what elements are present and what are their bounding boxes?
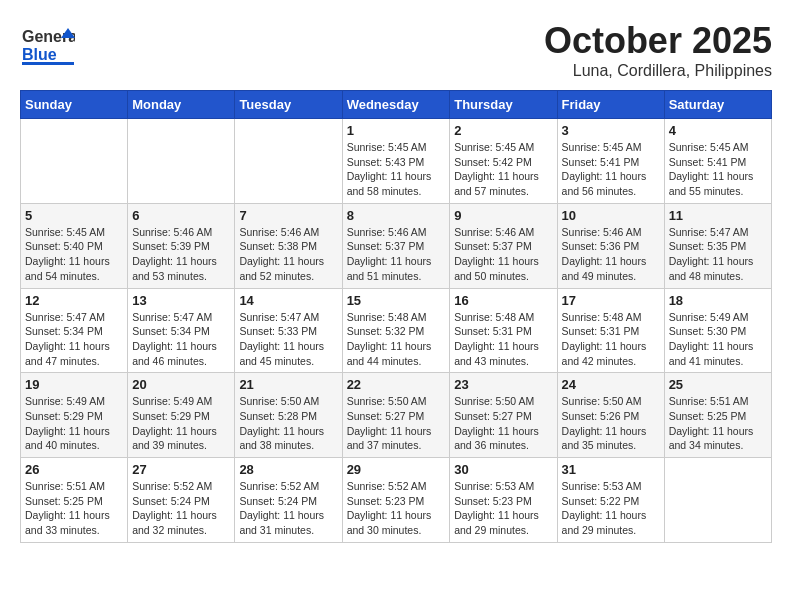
day-number: 8 (347, 208, 446, 223)
page-subtitle: Luna, Cordillera, Philippines (544, 62, 772, 80)
calendar-cell: 14Sunrise: 5:47 AM Sunset: 5:33 PM Dayli… (235, 288, 342, 373)
day-info: Sunrise: 5:53 AM Sunset: 5:22 PM Dayligh… (562, 479, 660, 538)
day-number: 5 (25, 208, 123, 223)
day-number: 11 (669, 208, 767, 223)
day-info: Sunrise: 5:50 AM Sunset: 5:27 PM Dayligh… (454, 394, 552, 453)
calendar-cell: 2Sunrise: 5:45 AM Sunset: 5:42 PM Daylig… (450, 119, 557, 204)
calendar-cell: 29Sunrise: 5:52 AM Sunset: 5:23 PM Dayli… (342, 458, 450, 543)
logo-icon: General Blue (20, 20, 75, 70)
day-info: Sunrise: 5:50 AM Sunset: 5:26 PM Dayligh… (562, 394, 660, 453)
calendar-cell: 12Sunrise: 5:47 AM Sunset: 5:34 PM Dayli… (21, 288, 128, 373)
calendar-cell: 30Sunrise: 5:53 AM Sunset: 5:23 PM Dayli… (450, 458, 557, 543)
day-info: Sunrise: 5:45 AM Sunset: 5:42 PM Dayligh… (454, 140, 552, 199)
day-number: 21 (239, 377, 337, 392)
day-info: Sunrise: 5:52 AM Sunset: 5:24 PM Dayligh… (239, 479, 337, 538)
calendar-week-row: 19Sunrise: 5:49 AM Sunset: 5:29 PM Dayli… (21, 373, 772, 458)
day-number: 13 (132, 293, 230, 308)
calendar-cell: 17Sunrise: 5:48 AM Sunset: 5:31 PM Dayli… (557, 288, 664, 373)
calendar-week-row: 12Sunrise: 5:47 AM Sunset: 5:34 PM Dayli… (21, 288, 772, 373)
calendar-cell: 3Sunrise: 5:45 AM Sunset: 5:41 PM Daylig… (557, 119, 664, 204)
day-info: Sunrise: 5:45 AM Sunset: 5:41 PM Dayligh… (562, 140, 660, 199)
day-number: 10 (562, 208, 660, 223)
calendar-cell: 7Sunrise: 5:46 AM Sunset: 5:38 PM Daylig… (235, 203, 342, 288)
column-header-friday: Friday (557, 91, 664, 119)
day-info: Sunrise: 5:48 AM Sunset: 5:32 PM Dayligh… (347, 310, 446, 369)
calendar-cell: 21Sunrise: 5:50 AM Sunset: 5:28 PM Dayli… (235, 373, 342, 458)
day-number: 3 (562, 123, 660, 138)
day-number: 6 (132, 208, 230, 223)
day-info: Sunrise: 5:48 AM Sunset: 5:31 PM Dayligh… (454, 310, 552, 369)
day-number: 29 (347, 462, 446, 477)
day-number: 7 (239, 208, 337, 223)
calendar-header-row: SundayMondayTuesdayWednesdayThursdayFrid… (21, 91, 772, 119)
day-info: Sunrise: 5:47 AM Sunset: 5:34 PM Dayligh… (25, 310, 123, 369)
calendar-cell: 9Sunrise: 5:46 AM Sunset: 5:37 PM Daylig… (450, 203, 557, 288)
day-number: 19 (25, 377, 123, 392)
calendar-cell: 15Sunrise: 5:48 AM Sunset: 5:32 PM Dayli… (342, 288, 450, 373)
day-info: Sunrise: 5:52 AM Sunset: 5:23 PM Dayligh… (347, 479, 446, 538)
calendar-cell: 26Sunrise: 5:51 AM Sunset: 5:25 PM Dayli… (21, 458, 128, 543)
day-number: 20 (132, 377, 230, 392)
calendar-cell: 28Sunrise: 5:52 AM Sunset: 5:24 PM Dayli… (235, 458, 342, 543)
logo: General Blue (20, 20, 75, 70)
calendar-cell: 16Sunrise: 5:48 AM Sunset: 5:31 PM Dayli… (450, 288, 557, 373)
day-number: 9 (454, 208, 552, 223)
svg-rect-3 (22, 62, 74, 65)
calendar-cell: 24Sunrise: 5:50 AM Sunset: 5:26 PM Dayli… (557, 373, 664, 458)
day-info: Sunrise: 5:46 AM Sunset: 5:36 PM Dayligh… (562, 225, 660, 284)
column-header-wednesday: Wednesday (342, 91, 450, 119)
calendar-cell: 10Sunrise: 5:46 AM Sunset: 5:36 PM Dayli… (557, 203, 664, 288)
day-info: Sunrise: 5:49 AM Sunset: 5:30 PM Dayligh… (669, 310, 767, 369)
day-info: Sunrise: 5:47 AM Sunset: 5:34 PM Dayligh… (132, 310, 230, 369)
calendar-table: SundayMondayTuesdayWednesdayThursdayFrid… (20, 90, 772, 543)
day-info: Sunrise: 5:49 AM Sunset: 5:29 PM Dayligh… (132, 394, 230, 453)
day-info: Sunrise: 5:47 AM Sunset: 5:33 PM Dayligh… (239, 310, 337, 369)
calendar-cell: 18Sunrise: 5:49 AM Sunset: 5:30 PM Dayli… (664, 288, 771, 373)
svg-text:Blue: Blue (22, 46, 57, 63)
day-info: Sunrise: 5:53 AM Sunset: 5:23 PM Dayligh… (454, 479, 552, 538)
day-number: 18 (669, 293, 767, 308)
day-number: 16 (454, 293, 552, 308)
day-info: Sunrise: 5:50 AM Sunset: 5:28 PM Dayligh… (239, 394, 337, 453)
calendar-cell (128, 119, 235, 204)
day-info: Sunrise: 5:52 AM Sunset: 5:24 PM Dayligh… (132, 479, 230, 538)
day-number: 14 (239, 293, 337, 308)
calendar-cell: 6Sunrise: 5:46 AM Sunset: 5:39 PM Daylig… (128, 203, 235, 288)
title-block: October 2025 Luna, Cordillera, Philippin… (544, 20, 772, 80)
page-title: October 2025 (544, 20, 772, 62)
day-info: Sunrise: 5:51 AM Sunset: 5:25 PM Dayligh… (25, 479, 123, 538)
calendar-cell (235, 119, 342, 204)
day-number: 12 (25, 293, 123, 308)
day-info: Sunrise: 5:46 AM Sunset: 5:37 PM Dayligh… (454, 225, 552, 284)
day-info: Sunrise: 5:46 AM Sunset: 5:38 PM Dayligh… (239, 225, 337, 284)
day-number: 2 (454, 123, 552, 138)
day-info: Sunrise: 5:51 AM Sunset: 5:25 PM Dayligh… (669, 394, 767, 453)
day-info: Sunrise: 5:46 AM Sunset: 5:39 PM Dayligh… (132, 225, 230, 284)
column-header-monday: Monday (128, 91, 235, 119)
column-header-sunday: Sunday (21, 91, 128, 119)
day-number: 24 (562, 377, 660, 392)
calendar-cell: 25Sunrise: 5:51 AM Sunset: 5:25 PM Dayli… (664, 373, 771, 458)
day-number: 30 (454, 462, 552, 477)
calendar-cell: 8Sunrise: 5:46 AM Sunset: 5:37 PM Daylig… (342, 203, 450, 288)
calendar-cell: 11Sunrise: 5:47 AM Sunset: 5:35 PM Dayli… (664, 203, 771, 288)
calendar-cell (664, 458, 771, 543)
calendar-cell: 20Sunrise: 5:49 AM Sunset: 5:29 PM Dayli… (128, 373, 235, 458)
calendar-week-row: 1Sunrise: 5:45 AM Sunset: 5:43 PM Daylig… (21, 119, 772, 204)
day-number: 22 (347, 377, 446, 392)
day-info: Sunrise: 5:46 AM Sunset: 5:37 PM Dayligh… (347, 225, 446, 284)
column-header-tuesday: Tuesday (235, 91, 342, 119)
calendar-week-row: 26Sunrise: 5:51 AM Sunset: 5:25 PM Dayli… (21, 458, 772, 543)
calendar-cell: 1Sunrise: 5:45 AM Sunset: 5:43 PM Daylig… (342, 119, 450, 204)
day-info: Sunrise: 5:45 AM Sunset: 5:40 PM Dayligh… (25, 225, 123, 284)
day-info: Sunrise: 5:47 AM Sunset: 5:35 PM Dayligh… (669, 225, 767, 284)
calendar-cell: 5Sunrise: 5:45 AM Sunset: 5:40 PM Daylig… (21, 203, 128, 288)
day-info: Sunrise: 5:49 AM Sunset: 5:29 PM Dayligh… (25, 394, 123, 453)
day-number: 28 (239, 462, 337, 477)
day-number: 1 (347, 123, 446, 138)
column-header-saturday: Saturday (664, 91, 771, 119)
day-number: 25 (669, 377, 767, 392)
calendar-cell: 23Sunrise: 5:50 AM Sunset: 5:27 PM Dayli… (450, 373, 557, 458)
calendar-cell: 13Sunrise: 5:47 AM Sunset: 5:34 PM Dayli… (128, 288, 235, 373)
calendar-cell: 27Sunrise: 5:52 AM Sunset: 5:24 PM Dayli… (128, 458, 235, 543)
